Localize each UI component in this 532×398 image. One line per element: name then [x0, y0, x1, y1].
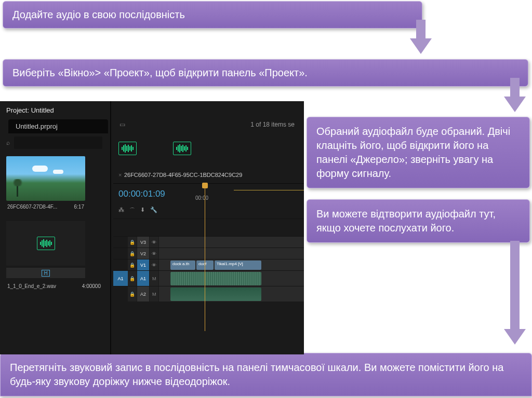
vis-v2[interactable]: 👁: [150, 248, 159, 259]
waveform-icon: [37, 237, 55, 250]
timecode: 00:00:01:09: [113, 184, 190, 204]
project-panel-title: Project: Untitled: [0, 101, 108, 117]
item-count: 1 of 18 items se: [250, 121, 298, 128]
premiere-panel: Project: Untitled Untitled.prproj ⌕ 26FC…: [0, 101, 304, 354]
vis-v3[interactable]: 👁: [150, 237, 159, 248]
step-1: Додайте аудіо в свою послідовність: [3, 1, 422, 29]
project-file-tab[interactable]: Untitled.prproj: [8, 119, 108, 133]
step-2: Виберіть «Вікно»> «Проект», щоб відкрити…: [3, 59, 528, 87]
bin-dur-2: 4:00000: [82, 283, 101, 289]
lock-v2[interactable]: 🔒: [128, 248, 137, 259]
mute-a1[interactable]: M: [150, 271, 159, 286]
playhead[interactable]: [205, 186, 205, 331]
sequence-name: 26FC6607-27D8-4F65-95CC-1BDC824C9C29: [124, 172, 242, 178]
track-v2[interactable]: V2: [137, 248, 150, 259]
bin-name-1: 26FC6607-27D8-4F...: [7, 204, 57, 210]
step-5: Перетягніть звуковий запис в послідовніс…: [0, 353, 532, 396]
arrow-4: [504, 241, 526, 345]
h-icon: H: [42, 270, 49, 277]
new-bin-icon[interactable]: ▭: [119, 121, 125, 128]
audio-clip-1[interactable]: [170, 272, 261, 285]
source-audio-1[interactable]: [118, 142, 137, 155]
clip-3[interactable]: Tikal1.mp4 [V]: [215, 260, 261, 270]
audio-clip-2[interactable]: [170, 287, 261, 301]
bin-dur-1: 6:17: [74, 204, 84, 210]
link-icon[interactable]: ⌒: [129, 207, 135, 214]
track-v3[interactable]: V3: [137, 237, 150, 248]
snap-icon[interactable]: ⁂: [118, 207, 124, 214]
bin-item-audio[interactable]: [6, 221, 85, 266]
vis-v1[interactable]: 👁: [150, 259, 159, 270]
source-audio-2[interactable]: [173, 142, 191, 155]
lock-a2[interactable]: 🔒: [128, 286, 137, 301]
project-search-input[interactable]: [14, 136, 102, 149]
step-4: Ви можете відтворити аудіофайл тут, якщо…: [307, 199, 530, 243]
src-a1[interactable]: A1: [113, 271, 128, 286]
wrench-icon[interactable]: 🔧: [150, 207, 157, 214]
bin-name-2: 1_1_0_End_e_2.wav: [7, 283, 56, 289]
arrow-2: [504, 78, 526, 112]
clip-1[interactable]: dock a.th: [170, 260, 195, 270]
marker-icon[interactable]: ⬇: [140, 207, 145, 214]
bin-item-video[interactable]: 26FC6607-27D8-4F... 6:17: [6, 156, 85, 213]
track-v1[interactable]: V1: [137, 259, 150, 270]
search-icon: ⌕: [6, 139, 10, 146]
step-3: Обраний аудіофайл буде обраний. Двічі кл…: [307, 117, 530, 188]
arrow-1: [410, 20, 432, 54]
mute-a2[interactable]: M: [150, 286, 159, 301]
lock-v3[interactable]: 🔒: [128, 237, 137, 248]
lock-v1[interactable]: 🔒: [128, 259, 137, 270]
track-a1[interactable]: A1: [137, 271, 150, 286]
track-a2[interactable]: A2: [137, 286, 150, 301]
lock-a1[interactable]: 🔒: [128, 271, 137, 286]
